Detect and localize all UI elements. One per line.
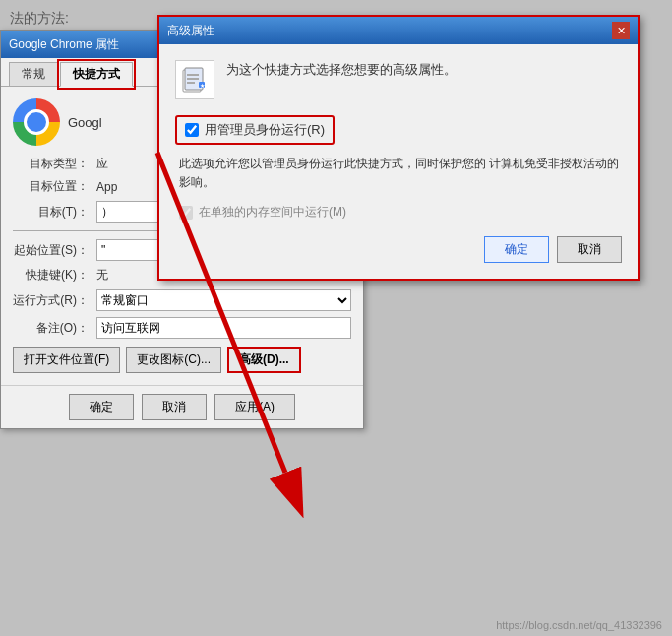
watermark: https://blog.csdn.net/qq_41332396: [496, 619, 662, 631]
field-target-location-label: 目标位置：: [13, 178, 96, 195]
advanced-titlebar: 高级属性 ✕: [159, 17, 638, 44]
field-run-label: 运行方式(R)：: [13, 292, 96, 309]
tab-shortcut[interactable]: 快捷方式: [60, 62, 133, 87]
adv-ok-button[interactable]: 确定: [484, 236, 549, 263]
bg-hint: 法的方法:: [10, 10, 69, 28]
main-dialog-title: Google Chrome 属性: [9, 36, 119, 53]
svg-text:★: ★: [200, 83, 205, 89]
comment-input[interactable]: [96, 317, 351, 339]
bottom-buttons-row: 打开文件位置(F) 更改图标(C)... 高级(D)...: [13, 347, 351, 373]
adv-description: 此选项允许您以管理员身份运行此快捷方式，同时保护您的 计算机免受非授权活动的影响…: [175, 155, 622, 192]
adv-buttons: 确定 取消: [175, 236, 622, 263]
adv-cancel-button[interactable]: 取消: [557, 236, 622, 263]
adv-header-text: 为这个快捷方式选择您想要的高级属性。: [226, 60, 457, 80]
memory-space-label: 在单独的内存空间中运行(M): [199, 204, 346, 221]
main-apply-button[interactable]: 应用(A): [214, 394, 295, 420]
adv-icon: ★: [175, 60, 214, 99]
main-dialog-bottom: 确定 取消 应用(A): [1, 385, 363, 428]
tab-general[interactable]: 常规: [9, 62, 58, 86]
open-file-location-button[interactable]: 打开文件位置(F): [13, 347, 120, 373]
advanced-button[interactable]: 高级(D)...: [227, 347, 301, 373]
field-comment: 备注(O)：: [13, 317, 351, 339]
field-target-label: 目标(T)：: [13, 204, 96, 221]
field-target-type-value: 应: [96, 156, 108, 172]
memory-space-checkbox[interactable]: [179, 206, 193, 220]
field-run-mode: 运行方式(R)： 常规窗口: [13, 289, 351, 311]
advanced-dialog: 高级属性 ✕ ★ 为这个快捷方式选择您想要的高级属性。: [157, 15, 640, 281]
field-comment-label: 备注(O)：: [13, 320, 96, 337]
field-target-type-label: 目标类型：: [13, 156, 96, 172]
advanced-title: 高级属性: [167, 23, 214, 39]
admin-run-checkbox[interactable]: [185, 123, 199, 137]
field-target-location-value: App: [96, 180, 117, 194]
chrome-label: Googl: [68, 115, 102, 130]
adv-checkbox2-row: 在单独的内存空间中运行(M): [175, 204, 622, 221]
svg-rect-4: [187, 82, 195, 84]
change-icon-button[interactable]: 更改图标(C)...: [126, 347, 221, 373]
svg-rect-2: [187, 74, 199, 76]
svg-rect-3: [187, 78, 199, 80]
chrome-icon: [13, 98, 60, 146]
field-shortcut-value: 无: [96, 267, 108, 284]
adv-header-row: ★ 为这个快捷方式选择您想要的高级属性。: [175, 60, 622, 99]
advanced-content: ★ 为这个快捷方式选择您想要的高级属性。 用管理员身份运行(R) 此选项允许您以…: [159, 44, 638, 279]
field-start-label: 起始位置(S)：: [13, 242, 96, 259]
run-mode-select[interactable]: 常规窗口: [96, 289, 351, 311]
field-shortcut-label: 快捷键(K)：: [13, 267, 96, 284]
main-cancel-button[interactable]: 取消: [142, 394, 207, 420]
adv-checkbox1-row[interactable]: 用管理员身份运行(R): [175, 115, 335, 145]
main-ok-button[interactable]: 确定: [69, 394, 134, 420]
admin-run-label: 用管理员身份运行(R): [205, 121, 325, 139]
advanced-close-button[interactable]: ✕: [612, 22, 630, 39]
